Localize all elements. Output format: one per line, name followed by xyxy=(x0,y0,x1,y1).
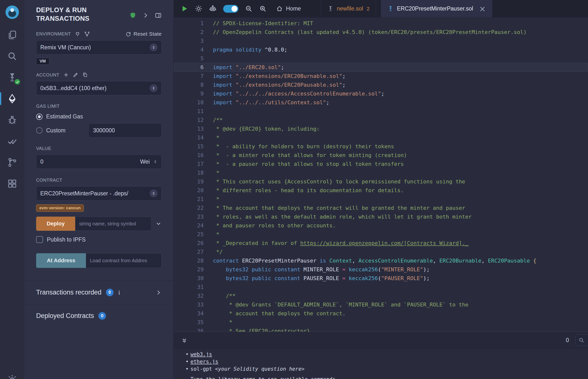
custom-gas-radio[interactable] xyxy=(36,127,43,134)
collapse-panel-icon[interactable] xyxy=(142,12,149,19)
code-line[interactable]: 35 * xyxy=(174,318,588,327)
unit-testing-icon[interactable] xyxy=(0,134,24,148)
script-config-gear-icon[interactable] xyxy=(195,5,202,13)
terminal-search-input[interactable] xyxy=(575,334,588,346)
code-line[interactable]: 29 bytes32 public constant MINTER_ROLE =… xyxy=(174,265,588,274)
expand-deploy-args-icon[interactable] xyxy=(155,221,162,227)
code-line[interactable]: 18 * xyxy=(174,169,588,177)
code-line[interactable]: 3 xyxy=(174,37,588,46)
at-address-button[interactable]: At Address xyxy=(36,253,86,268)
code-line[interactable]: 11 xyxy=(174,107,588,116)
code-line[interactable]: 33 * @dev Grants `DEFAULT_ADMIN_ROLE`, `… xyxy=(174,300,588,309)
code-line[interactable]: 30 bytes32 public constant PAUSER_ROLE =… xyxy=(174,274,588,283)
run-script-button[interactable] xyxy=(181,5,188,13)
code-line[interactable]: 15 * - ability for holders to burn (dest… xyxy=(174,142,588,151)
code-line[interactable]: 6import "../ERC20.sol"; xyxy=(174,63,588,72)
deploy-and-run-icon[interactable] xyxy=(0,92,24,106)
file-explorer-icon[interactable] xyxy=(0,28,24,42)
tab-erc20presetminterpauser-sol[interactable]: ERC20PresetMinterPauser.sol × xyxy=(381,0,492,17)
at-address-input[interactable] xyxy=(86,253,162,268)
solidity-compiler-icon[interactable] xyxy=(0,70,24,84)
edit-account-icon[interactable] xyxy=(73,72,78,78)
select-arrows-icon xyxy=(150,44,157,51)
remixai-robot-icon[interactable] xyxy=(209,5,217,13)
code-line[interactable]: 22 * The account that deploys the contra… xyxy=(174,204,588,212)
chevron-right-icon[interactable] xyxy=(155,289,162,296)
code-line[interactable]: 1// SPDX-License-Identifier: MIT xyxy=(174,19,588,28)
code-line[interactable]: 9import "../../../access/AccessControlEn… xyxy=(174,89,588,98)
code-line[interactable]: 31 xyxy=(174,283,588,292)
zoom-out-icon[interactable] xyxy=(245,5,252,13)
code-line[interactable]: 28contract ERC20PresetMinterPauser is Co… xyxy=(174,256,588,265)
code-line[interactable]: 7import "../extensions/ERC20Burnable.sol… xyxy=(174,72,588,80)
code-line[interactable]: 2// OpenZeppelin Contracts (last updated… xyxy=(174,28,588,37)
code-text: import "../../../utils/Context.sol"; xyxy=(204,98,329,107)
code-line[interactable]: 27 */ xyxy=(174,248,588,256)
code-text: */ xyxy=(204,248,223,256)
code-line[interactable]: 25 * xyxy=(174,230,588,239)
deploy-button[interactable]: Deploy xyxy=(36,217,75,231)
code-line[interactable]: 17 * - a pauser role that allows to stop… xyxy=(174,160,588,169)
code-line[interactable]: 23 * roles, as well as the default admin… xyxy=(174,212,588,221)
code-line[interactable]: 19 * This contract uses {AccessControl} … xyxy=(174,177,588,186)
account-select[interactable]: 0x5B3...eddC4 (100 ether) xyxy=(36,81,162,95)
code-line[interactable]: 12/** xyxy=(174,116,588,125)
code-line[interactable]: 14 * xyxy=(174,133,588,142)
account-row: ACCOUNT xyxy=(36,72,162,78)
code-line[interactable]: 16 * - a minter role that allows for tok… xyxy=(174,151,588,160)
value-unit-select[interactable]: Wei xyxy=(140,158,150,165)
code-line[interactable]: 36 * See {ERC20-constructor}. xyxy=(174,327,588,332)
code-line[interactable]: 13 * @dev {ERC20} token, including: xyxy=(174,125,588,133)
deployed-contracts-row[interactable]: Deployed Contracts 0 xyxy=(24,304,173,328)
code-line[interactable]: 21 * xyxy=(174,195,588,204)
pin-panel-icon[interactable] xyxy=(155,12,162,19)
custom-gas-label: Custom xyxy=(46,127,65,134)
code-line[interactable]: 10import "../../../utils/Context.sol"; xyxy=(174,98,588,107)
remixai-copilot-toggle[interactable] xyxy=(223,5,238,13)
unit-spinner-icon[interactable] xyxy=(153,159,157,164)
zoom-in-icon[interactable] xyxy=(259,5,267,13)
git-icon[interactable] xyxy=(0,155,24,170)
expand-terminal-icon[interactable] xyxy=(181,336,188,344)
code-editor[interactable]: 1// SPDX-License-Identifier: MIT2// Open… xyxy=(174,17,588,332)
estimated-gas-radio[interactable] xyxy=(36,113,43,120)
publish-ipfs-checkbox[interactable] xyxy=(36,236,43,243)
environment-select[interactable]: Remix VM (Cancun) xyxy=(36,40,162,54)
code-line[interactable]: 32 /** xyxy=(174,292,588,300)
settings-gear-icon[interactable] xyxy=(0,374,24,379)
fork-environment-icon[interactable] xyxy=(84,31,90,37)
ethersjs-link[interactable]: ethers.js xyxy=(190,358,218,365)
code-line[interactable]: 20 * different roles - head to its docum… xyxy=(174,186,588,195)
code-line[interactable]: 8import "../extensions/ERC20Pausable.sol… xyxy=(174,80,588,89)
value-input[interactable] xyxy=(40,158,140,165)
tab-home[interactable]: Home xyxy=(273,5,304,12)
tab-label: ERC20PresetMinterPauser.sol xyxy=(397,5,473,12)
code-line[interactable]: 5 xyxy=(174,54,588,63)
remix-logo[interactable] xyxy=(5,5,19,19)
search-icon[interactable] xyxy=(0,49,24,63)
copy-account-icon[interactable] xyxy=(82,72,88,78)
code-text: * xyxy=(204,318,232,327)
deploy-args-input[interactable] xyxy=(75,217,151,231)
tab-newfile-sol[interactable]: newfile.sol 2 xyxy=(321,0,376,17)
transactions-recorded-row[interactable]: Transactions recorded 0 i xyxy=(24,281,173,304)
web3js-link[interactable]: web3.js xyxy=(190,351,212,358)
debugger-icon[interactable] xyxy=(0,113,24,127)
close-tab-icon[interactable]: × xyxy=(479,5,486,13)
publish-row: Publish to IPFS xyxy=(36,236,162,243)
custom-gas-input[interactable] xyxy=(88,123,162,138)
add-account-icon[interactable] xyxy=(63,72,69,78)
code-line[interactable]: 34 * account that deploys the contract. xyxy=(174,309,588,318)
plug-icon[interactable] xyxy=(75,31,80,37)
code-line[interactable]: 4pragma solidity ^0.8.0; xyxy=(174,46,588,54)
reset-state-button[interactable]: Reset State xyxy=(125,31,162,37)
sol-gpt-label[interactable]: sol-gpt xyxy=(190,365,212,373)
plugin-manager-icon[interactable] xyxy=(0,176,24,191)
code-text: pragma solidity ^0.8.0; xyxy=(204,46,287,54)
code-line[interactable]: 24 * and pauser roles to other accounts. xyxy=(174,221,588,230)
line-number: 12 xyxy=(174,116,204,125)
contract-select[interactable]: ERC20PresetMinterPauser - .deps/ xyxy=(36,186,162,201)
code-line[interactable]: 26 * _Deprecated in favor of https://wiz… xyxy=(174,239,588,248)
line-number: 32 xyxy=(174,292,204,300)
info-icon[interactable]: i xyxy=(118,289,120,296)
